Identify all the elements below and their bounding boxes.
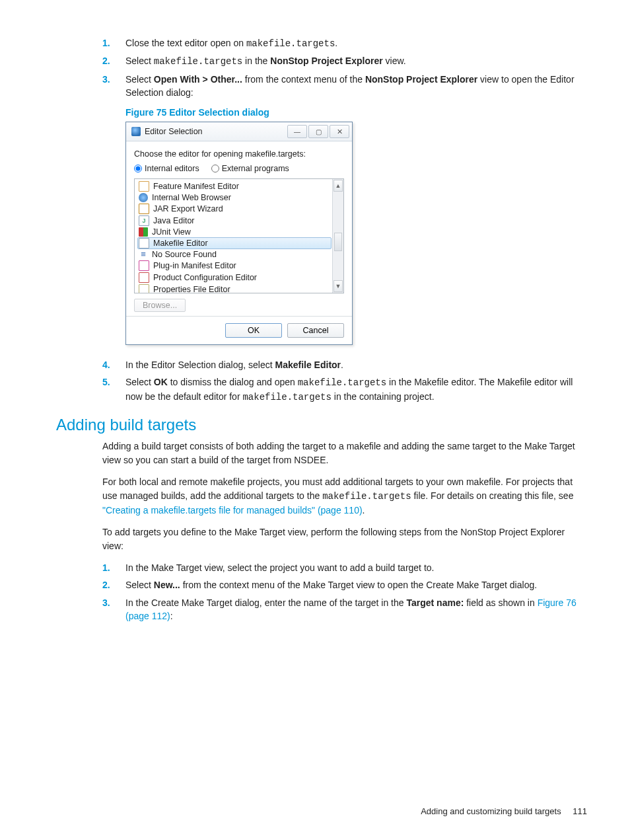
- jar-icon: [139, 204, 149, 214]
- page-footer: Adding and customizing build targets 111: [421, 806, 587, 816]
- radio-external-label: External programs: [222, 164, 289, 173]
- radio-external-programs[interactable]: External programs: [211, 164, 289, 173]
- list-item-label: Plug-in Manifest Editor: [153, 261, 236, 270]
- step-5-code-1: makefile.targets: [298, 377, 386, 388]
- step-3-bold-2: NonStop Project Explorer: [365, 74, 477, 85]
- para-2-code: makefile.targets: [322, 491, 411, 502]
- scroll-thumb[interactable]: [334, 233, 342, 251]
- step-4-bold: Makefile Editor: [275, 360, 341, 370]
- step-3-text-b: from the context menu of the: [242, 74, 365, 85]
- step-5-text-a: Select: [125, 377, 154, 387]
- no-source-icon: ≡: [139, 250, 148, 259]
- steps-list-b: 4. In the Editor Selection dialog, selec…: [56, 358, 587, 404]
- list-item[interactable]: ≡No Source Found: [137, 249, 332, 260]
- para-2-b: file. For details on creating this file,…: [411, 490, 574, 501]
- makefile-icon: [139, 238, 149, 248]
- radio-internal-editors[interactable]: Internal editors: [134, 164, 199, 173]
- maximize-button[interactable]: ▢: [308, 125, 328, 138]
- footer-text: Adding and customizing build targets: [421, 806, 561, 816]
- list-item[interactable]: JAR Export Wizard: [137, 203, 332, 215]
- step-5-text-d: in the containing project.: [332, 391, 435, 402]
- list-item-label: Product Configuration Editor: [153, 273, 257, 282]
- step-2-bold: NonStop Project Explorer: [270, 56, 382, 66]
- step-3: 3. Select Open With > Other... from the …: [102, 73, 587, 100]
- list-item[interactable]: Properties File Editor: [137, 284, 332, 293]
- step-2: 2. Select makefile.targets in the NonSto…: [102, 54, 587, 68]
- minimize-button[interactable]: —: [287, 125, 307, 138]
- scroll-up-icon[interactable]: ▲: [333, 180, 343, 192]
- radio-internal-input[interactable]: [134, 165, 142, 172]
- step-c-2-text-a: Select: [125, 580, 154, 590]
- plugin-icon: [139, 260, 149, 271]
- close-button[interactable]: ✕: [330, 125, 349, 138]
- step-3-bold-1: Open With > Other...: [154, 74, 242, 85]
- list-item-label: Java Editor: [153, 216, 195, 225]
- step-5-text-b: to dismiss the dialog and open: [168, 377, 298, 387]
- list-item-selected[interactable]: Makefile Editor: [137, 237, 332, 249]
- dialog-instruction: Choose the editor for opening makefile.t…: [134, 149, 344, 159]
- figure-caption: Figure 75 Editor Selection dialog: [125, 107, 587, 118]
- ok-button[interactable]: OK: [225, 323, 282, 338]
- dialog-container: Editor Selection — ▢ ✕ Choose the editor…: [125, 122, 587, 345]
- steps-list-a: 1. Close the text editor open on makefil…: [56, 36, 587, 99]
- step-5-bold: OK: [154, 377, 168, 387]
- steps-list-c: 1. In the Make Target view, select the p…: [56, 561, 587, 623]
- list-item[interactable]: Feature Manifest Editor: [137, 180, 332, 192]
- list-item-label: Makefile Editor: [153, 239, 208, 248]
- step-c-2-bold: New...: [154, 580, 180, 590]
- step-1: 1. Close the text editor open on makefil…: [102, 36, 587, 50]
- editor-selection-dialog: Editor Selection — ▢ ✕ Choose the editor…: [125, 122, 353, 345]
- step-5: 5. Select OK to dismiss the dialog and o…: [102, 375, 587, 404]
- dialog-title: Editor Selection: [145, 127, 203, 136]
- dialog-titlebar: Editor Selection — ▢ ✕: [126, 122, 352, 141]
- scrollbar[interactable]: ▲ ▼: [332, 179, 343, 293]
- step-2-text-b: in the: [242, 56, 270, 66]
- step-2-text-c: view.: [383, 56, 406, 66]
- radio-external-input[interactable]: [211, 165, 219, 172]
- step-c-3-bold: Target name:: [406, 597, 464, 608]
- step-c-1: 1. In the Make Target view, select the p…: [102, 561, 587, 574]
- radio-internal-label: Internal editors: [145, 164, 199, 173]
- step-c-3-text-a: In the Create Make Target dialog, enter …: [125, 597, 406, 608]
- step-c-3-text-c: :: [170, 611, 173, 621]
- page-number: 111: [573, 806, 587, 816]
- list-item-label: JUnit View: [152, 227, 191, 237]
- list-item-label: Properties File Editor: [153, 285, 230, 293]
- cancel-button[interactable]: Cancel: [287, 323, 344, 338]
- para-3: To add targets you define to the Make Ta…: [102, 525, 587, 553]
- list-item[interactable]: JUnit View: [137, 227, 332, 237]
- dialog-icon: [131, 127, 141, 136]
- list-item-label: JAR Export Wizard: [153, 204, 223, 213]
- step-3-text-a: Select: [125, 74, 154, 85]
- step-2-text-a: Select: [125, 56, 154, 66]
- step-c-3: 3. In the Create Make Target dialog, ent…: [102, 596, 587, 623]
- list-item[interactable]: Plug-in Manifest Editor: [137, 260, 332, 272]
- step-2-code: makefile.targets: [154, 56, 242, 67]
- junit-icon: [139, 227, 148, 237]
- scroll-down-icon[interactable]: ▼: [333, 280, 343, 292]
- step-1-text-b: .: [335, 38, 337, 48]
- para-2: For both local and remote makefile proje…: [102, 475, 587, 517]
- java-icon: J: [139, 215, 149, 226]
- step-5-code-2: makefile.targets: [242, 392, 331, 402]
- link-creating-makefile[interactable]: "Creating a makefile.targets file for ma…: [102, 505, 363, 515]
- list-item-label: Feature Manifest Editor: [153, 182, 239, 191]
- list-item[interactable]: JJava Editor: [137, 215, 332, 227]
- step-1-code: makefile.targets: [246, 38, 335, 49]
- step-4-text-b: .: [341, 360, 343, 370]
- step-c-2: 2. Select New... from the context menu o…: [102, 578, 587, 592]
- list-item-label: No Source Found: [152, 250, 217, 259]
- browser-icon: [139, 193, 148, 202]
- step-c-3-text-b: field as shown in: [464, 597, 537, 608]
- step-1-text-a: Close the text editor open on: [125, 38, 246, 48]
- list-item[interactable]: Product Configuration Editor: [137, 272, 332, 284]
- step-4: 4. In the Editor Selection dialog, selec…: [102, 358, 587, 371]
- step-4-text-a: In the Editor Selection dialog, select: [125, 360, 275, 370]
- para-1: Adding a build target consists of both a…: [102, 439, 587, 467]
- feature-manifest-icon: [139, 181, 149, 192]
- editor-listbox[interactable]: Feature Manifest Editor Internal Web Bro…: [134, 178, 344, 293]
- list-item[interactable]: Internal Web Browser: [137, 192, 332, 203]
- step-c-1-text: In the Make Target view, select the proj…: [125, 562, 434, 573]
- para-2-c: .: [363, 505, 365, 515]
- browse-button[interactable]: Browse...: [134, 299, 186, 312]
